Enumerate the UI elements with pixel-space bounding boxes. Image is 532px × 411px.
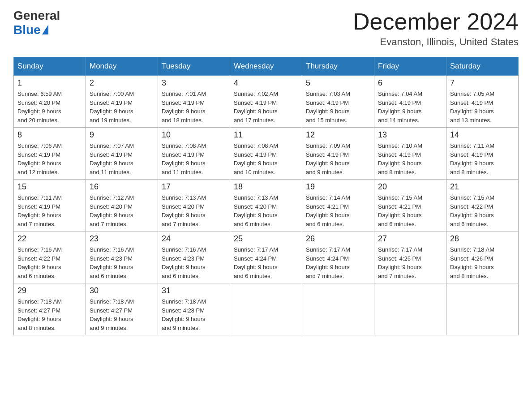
day-info: Sunrise: 7:16 AM Sunset: 4:23 PM Dayligh… bbox=[162, 245, 226, 280]
calendar-cell: 6 Sunrise: 7:04 AM Sunset: 4:19 PM Dayli… bbox=[374, 76, 446, 128]
day-info: Sunrise: 7:05 AM Sunset: 4:19 PM Dayligh… bbox=[450, 90, 515, 124]
calendar-body: 1 Sunrise: 6:59 AM Sunset: 4:20 PM Dayli… bbox=[14, 76, 519, 335]
day-number: 7 bbox=[450, 78, 515, 88]
calendar-cell: 5 Sunrise: 7:03 AM Sunset: 4:19 PM Dayli… bbox=[302, 76, 374, 128]
calendar-cell: 26 Sunrise: 7:17 AM Sunset: 4:24 PM Dayl… bbox=[302, 231, 374, 283]
day-info: Sunrise: 7:12 AM Sunset: 4:20 PM Dayligh… bbox=[90, 193, 154, 228]
logo-triangle-icon bbox=[42, 25, 48, 34]
day-number: 4 bbox=[234, 78, 298, 88]
day-info: Sunrise: 7:07 AM Sunset: 4:19 PM Dayligh… bbox=[90, 141, 154, 176]
calendar-cell: 21 Sunrise: 7:15 AM Sunset: 4:22 PM Dayl… bbox=[446, 180, 519, 231]
calendar-cell: 12 Sunrise: 7:09 AM Sunset: 4:19 PM Dayl… bbox=[302, 128, 374, 180]
day-number: 25 bbox=[234, 234, 298, 244]
day-number: 17 bbox=[162, 182, 226, 192]
week-row-3: 15 Sunrise: 7:11 AM Sunset: 4:19 PM Dayl… bbox=[14, 180, 519, 231]
calendar-cell: 4 Sunrise: 7:02 AM Sunset: 4:19 PM Dayli… bbox=[230, 76, 302, 128]
col-tuesday: Tuesday bbox=[158, 57, 230, 76]
day-info: Sunrise: 7:01 AM Sunset: 4:19 PM Dayligh… bbox=[162, 90, 226, 124]
day-info: Sunrise: 7:17 AM Sunset: 4:24 PM Dayligh… bbox=[306, 245, 370, 280]
day-number: 29 bbox=[17, 286, 82, 295]
calendar-cell: 24 Sunrise: 7:16 AM Sunset: 4:23 PM Dayl… bbox=[158, 231, 230, 283]
day-number: 23 bbox=[90, 234, 154, 244]
calendar-cell: 30 Sunrise: 7:18 AM Sunset: 4:27 PM Dayl… bbox=[86, 283, 158, 335]
calendar-cell bbox=[230, 283, 302, 335]
day-info: Sunrise: 7:09 AM Sunset: 4:19 PM Dayligh… bbox=[306, 141, 370, 176]
calendar-cell: 27 Sunrise: 7:17 AM Sunset: 4:25 PM Dayl… bbox=[374, 231, 446, 283]
calendar-cell: 23 Sunrise: 7:16 AM Sunset: 4:23 PM Dayl… bbox=[86, 231, 158, 283]
day-info: Sunrise: 7:15 AM Sunset: 4:21 PM Dayligh… bbox=[378, 193, 442, 228]
day-info: Sunrise: 7:14 AM Sunset: 4:21 PM Dayligh… bbox=[306, 193, 370, 228]
day-number: 12 bbox=[306, 130, 370, 140]
day-info: Sunrise: 7:17 AM Sunset: 4:24 PM Dayligh… bbox=[234, 245, 298, 280]
calendar-cell: 17 Sunrise: 7:13 AM Sunset: 4:20 PM Dayl… bbox=[158, 180, 230, 231]
calendar-cell: 1 Sunrise: 6:59 AM Sunset: 4:20 PM Dayli… bbox=[14, 76, 86, 128]
day-number: 10 bbox=[162, 130, 226, 140]
calendar-cell: 16 Sunrise: 7:12 AM Sunset: 4:20 PM Dayl… bbox=[86, 180, 158, 231]
col-wednesday: Wednesday bbox=[230, 57, 302, 76]
day-info: Sunrise: 7:08 AM Sunset: 4:19 PM Dayligh… bbox=[234, 141, 298, 176]
calendar-cell bbox=[374, 283, 446, 335]
day-number: 31 bbox=[162, 286, 226, 295]
day-number: 24 bbox=[162, 234, 226, 244]
day-number: 9 bbox=[90, 130, 154, 140]
col-monday: Monday bbox=[86, 57, 158, 76]
day-info: Sunrise: 7:11 AM Sunset: 4:19 PM Dayligh… bbox=[450, 141, 515, 176]
day-info: Sunrise: 7:06 AM Sunset: 4:19 PM Dayligh… bbox=[17, 141, 82, 176]
calendar-header: Sunday Monday Tuesday Wednesday Thursday… bbox=[14, 57, 519, 76]
day-info: Sunrise: 7:00 AM Sunset: 4:19 PM Dayligh… bbox=[90, 90, 154, 124]
day-info: Sunrise: 7:10 AM Sunset: 4:19 PM Dayligh… bbox=[378, 141, 442, 176]
calendar-cell: 7 Sunrise: 7:05 AM Sunset: 4:19 PM Dayli… bbox=[446, 76, 519, 128]
week-row-4: 22 Sunrise: 7:16 AM Sunset: 4:22 PM Dayl… bbox=[14, 231, 519, 283]
calendar-table: Sunday Monday Tuesday Wednesday Thursday… bbox=[13, 57, 519, 335]
day-number: 22 bbox=[17, 234, 82, 244]
logo: General Blue bbox=[13, 9, 60, 37]
day-number: 2 bbox=[90, 78, 154, 88]
calendar-cell: 31 Sunrise: 7:18 AM Sunset: 4:28 PM Dayl… bbox=[158, 283, 230, 335]
day-number: 30 bbox=[90, 286, 154, 295]
day-number: 11 bbox=[234, 130, 298, 140]
day-number: 21 bbox=[450, 182, 515, 192]
calendar-cell: 19 Sunrise: 7:14 AM Sunset: 4:21 PM Dayl… bbox=[302, 180, 374, 231]
logo-blue-text: Blue bbox=[13, 23, 41, 37]
day-info: Sunrise: 7:18 AM Sunset: 4:27 PM Dayligh… bbox=[90, 297, 154, 332]
day-info: Sunrise: 7:08 AM Sunset: 4:19 PM Dayligh… bbox=[162, 141, 226, 176]
logo-general-text: General bbox=[13, 9, 60, 23]
calendar-cell: 20 Sunrise: 7:15 AM Sunset: 4:21 PM Dayl… bbox=[374, 180, 446, 231]
day-info: Sunrise: 7:17 AM Sunset: 4:25 PM Dayligh… bbox=[378, 245, 442, 280]
day-number: 14 bbox=[450, 130, 515, 140]
day-number: 3 bbox=[162, 78, 226, 88]
days-of-week-row: Sunday Monday Tuesday Wednesday Thursday… bbox=[14, 57, 519, 76]
col-friday: Friday bbox=[374, 57, 446, 76]
calendar-cell bbox=[302, 283, 374, 335]
calendar-cell: 22 Sunrise: 7:16 AM Sunset: 4:22 PM Dayl… bbox=[14, 231, 86, 283]
calendar-cell: 28 Sunrise: 7:18 AM Sunset: 4:26 PM Dayl… bbox=[446, 231, 519, 283]
day-info: Sunrise: 7:18 AM Sunset: 4:27 PM Dayligh… bbox=[17, 297, 82, 332]
col-thursday: Thursday bbox=[302, 57, 374, 76]
calendar-cell: 11 Sunrise: 7:08 AM Sunset: 4:19 PM Dayl… bbox=[230, 128, 302, 180]
calendar-cell bbox=[446, 283, 519, 335]
day-number: 6 bbox=[378, 78, 442, 88]
day-number: 5 bbox=[306, 78, 370, 88]
title-section: December 2024 Evanston, Illinois, United… bbox=[353, 9, 519, 48]
calendar-cell: 8 Sunrise: 7:06 AM Sunset: 4:19 PM Dayli… bbox=[14, 128, 86, 180]
day-number: 28 bbox=[450, 234, 515, 244]
day-info: Sunrise: 7:04 AM Sunset: 4:19 PM Dayligh… bbox=[378, 90, 442, 124]
week-row-2: 8 Sunrise: 7:06 AM Sunset: 4:19 PM Dayli… bbox=[14, 128, 519, 180]
day-number: 1 bbox=[17, 78, 82, 88]
day-info: Sunrise: 6:59 AM Sunset: 4:20 PM Dayligh… bbox=[17, 90, 82, 124]
calendar-cell: 10 Sunrise: 7:08 AM Sunset: 4:19 PM Dayl… bbox=[158, 128, 230, 180]
calendar-cell: 25 Sunrise: 7:17 AM Sunset: 4:24 PM Dayl… bbox=[230, 231, 302, 283]
day-info: Sunrise: 7:15 AM Sunset: 4:22 PM Dayligh… bbox=[450, 193, 515, 228]
month-title: December 2024 bbox=[353, 9, 519, 34]
day-number: 16 bbox=[90, 182, 154, 192]
day-info: Sunrise: 7:16 AM Sunset: 4:23 PM Dayligh… bbox=[90, 245, 154, 280]
day-info: Sunrise: 7:13 AM Sunset: 4:20 PM Dayligh… bbox=[234, 193, 298, 228]
day-info: Sunrise: 7:02 AM Sunset: 4:19 PM Dayligh… bbox=[234, 90, 298, 124]
location-text: Evanston, Illinois, United States bbox=[353, 36, 519, 48]
day-number: 26 bbox=[306, 234, 370, 244]
col-sunday: Sunday bbox=[14, 57, 86, 76]
week-row-5: 29 Sunrise: 7:18 AM Sunset: 4:27 PM Dayl… bbox=[14, 283, 519, 335]
day-info: Sunrise: 7:11 AM Sunset: 4:19 PM Dayligh… bbox=[17, 193, 82, 228]
day-number: 19 bbox=[306, 182, 370, 192]
calendar-cell: 14 Sunrise: 7:11 AM Sunset: 4:19 PM Dayl… bbox=[446, 128, 519, 180]
